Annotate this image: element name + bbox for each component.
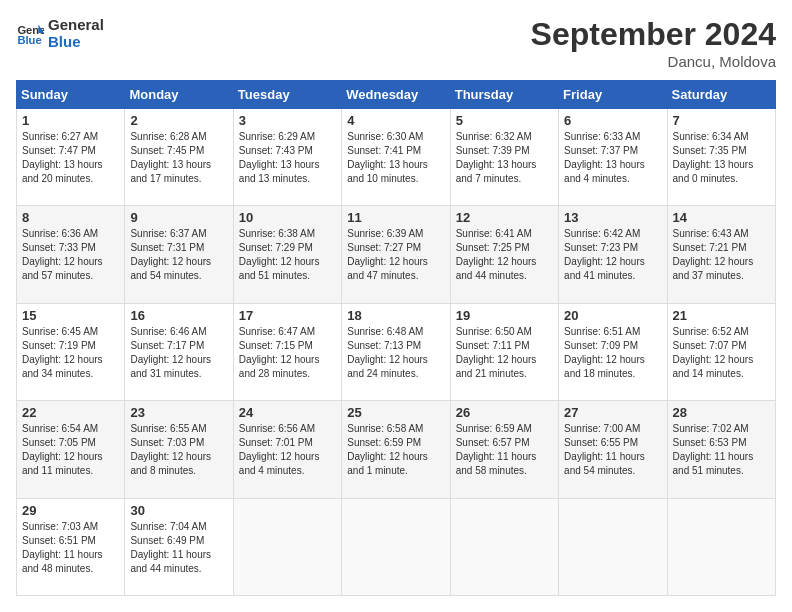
calendar-cell: 8Sunrise: 6:36 AM Sunset: 7:33 PM Daylig… (17, 206, 125, 303)
day-number: 24 (239, 405, 336, 420)
day-header-tuesday: Tuesday (233, 81, 341, 109)
cell-info: Sunrise: 6:59 AM Sunset: 6:57 PM Dayligh… (456, 422, 553, 478)
logo-icon: General Blue (16, 19, 44, 47)
calendar-cell: 18Sunrise: 6:48 AM Sunset: 7:13 PM Dayli… (342, 303, 450, 400)
day-number: 7 (673, 113, 770, 128)
day-number: 15 (22, 308, 119, 323)
cell-info: Sunrise: 6:42 AM Sunset: 7:23 PM Dayligh… (564, 227, 661, 283)
day-number: 23 (130, 405, 227, 420)
calendar-cell: 13Sunrise: 6:42 AM Sunset: 7:23 PM Dayli… (559, 206, 667, 303)
day-number: 2 (130, 113, 227, 128)
calendar-cell: 24Sunrise: 6:56 AM Sunset: 7:01 PM Dayli… (233, 401, 341, 498)
calendar-week-4: 22Sunrise: 6:54 AM Sunset: 7:05 PM Dayli… (17, 401, 776, 498)
calendar-header-row: SundayMondayTuesdayWednesdayThursdayFrid… (17, 81, 776, 109)
cell-info: Sunrise: 6:39 AM Sunset: 7:27 PM Dayligh… (347, 227, 444, 283)
day-header-friday: Friday (559, 81, 667, 109)
calendar-cell: 12Sunrise: 6:41 AM Sunset: 7:25 PM Dayli… (450, 206, 558, 303)
location: Dancu, Moldova (531, 53, 776, 70)
day-number: 5 (456, 113, 553, 128)
calendar-cell (450, 498, 558, 595)
calendar-cell: 1Sunrise: 6:27 AM Sunset: 7:47 PM Daylig… (17, 109, 125, 206)
logo-line2: Blue (48, 33, 104, 50)
calendar-cell (559, 498, 667, 595)
cell-info: Sunrise: 6:58 AM Sunset: 6:59 PM Dayligh… (347, 422, 444, 478)
logo-line1: General (48, 16, 104, 33)
day-number: 28 (673, 405, 770, 420)
cell-info: Sunrise: 7:02 AM Sunset: 6:53 PM Dayligh… (673, 422, 770, 478)
day-number: 8 (22, 210, 119, 225)
cell-info: Sunrise: 6:51 AM Sunset: 7:09 PM Dayligh… (564, 325, 661, 381)
cell-info: Sunrise: 6:50 AM Sunset: 7:11 PM Dayligh… (456, 325, 553, 381)
day-number: 14 (673, 210, 770, 225)
cell-info: Sunrise: 6:27 AM Sunset: 7:47 PM Dayligh… (22, 130, 119, 186)
cell-info: Sunrise: 6:33 AM Sunset: 7:37 PM Dayligh… (564, 130, 661, 186)
day-number: 12 (456, 210, 553, 225)
day-number: 6 (564, 113, 661, 128)
day-header-saturday: Saturday (667, 81, 775, 109)
cell-info: Sunrise: 7:00 AM Sunset: 6:55 PM Dayligh… (564, 422, 661, 478)
calendar-cell (342, 498, 450, 595)
day-number: 10 (239, 210, 336, 225)
cell-info: Sunrise: 6:37 AM Sunset: 7:31 PM Dayligh… (130, 227, 227, 283)
day-number: 17 (239, 308, 336, 323)
day-number: 26 (456, 405, 553, 420)
calendar-cell: 7Sunrise: 6:34 AM Sunset: 7:35 PM Daylig… (667, 109, 775, 206)
day-number: 25 (347, 405, 444, 420)
day-header-monday: Monday (125, 81, 233, 109)
day-number: 16 (130, 308, 227, 323)
calendar-week-3: 15Sunrise: 6:45 AM Sunset: 7:19 PM Dayli… (17, 303, 776, 400)
cell-info: Sunrise: 6:47 AM Sunset: 7:15 PM Dayligh… (239, 325, 336, 381)
day-number: 22 (22, 405, 119, 420)
title-block: September 2024 Dancu, Moldova (531, 16, 776, 70)
calendar-cell (667, 498, 775, 595)
day-number: 1 (22, 113, 119, 128)
calendar-cell: 16Sunrise: 6:46 AM Sunset: 7:17 PM Dayli… (125, 303, 233, 400)
calendar-table: SundayMondayTuesdayWednesdayThursdayFrid… (16, 80, 776, 596)
cell-info: Sunrise: 6:55 AM Sunset: 7:03 PM Dayligh… (130, 422, 227, 478)
day-number: 3 (239, 113, 336, 128)
cell-info: Sunrise: 6:32 AM Sunset: 7:39 PM Dayligh… (456, 130, 553, 186)
calendar-cell: 5Sunrise: 6:32 AM Sunset: 7:39 PM Daylig… (450, 109, 558, 206)
calendar-cell: 14Sunrise: 6:43 AM Sunset: 7:21 PM Dayli… (667, 206, 775, 303)
day-number: 29 (22, 503, 119, 518)
calendar-cell: 21Sunrise: 6:52 AM Sunset: 7:07 PM Dayli… (667, 303, 775, 400)
day-number: 21 (673, 308, 770, 323)
calendar-cell: 29Sunrise: 7:03 AM Sunset: 6:51 PM Dayli… (17, 498, 125, 595)
cell-info: Sunrise: 6:41 AM Sunset: 7:25 PM Dayligh… (456, 227, 553, 283)
day-number: 27 (564, 405, 661, 420)
calendar-cell: 17Sunrise: 6:47 AM Sunset: 7:15 PM Dayli… (233, 303, 341, 400)
calendar-cell: 19Sunrise: 6:50 AM Sunset: 7:11 PM Dayli… (450, 303, 558, 400)
calendar-cell: 4Sunrise: 6:30 AM Sunset: 7:41 PM Daylig… (342, 109, 450, 206)
calendar-week-2: 8Sunrise: 6:36 AM Sunset: 7:33 PM Daylig… (17, 206, 776, 303)
svg-text:Blue: Blue (17, 34, 41, 46)
cell-info: Sunrise: 6:54 AM Sunset: 7:05 PM Dayligh… (22, 422, 119, 478)
calendar-cell: 11Sunrise: 6:39 AM Sunset: 7:27 PM Dayli… (342, 206, 450, 303)
calendar-cell: 15Sunrise: 6:45 AM Sunset: 7:19 PM Dayli… (17, 303, 125, 400)
calendar-week-5: 29Sunrise: 7:03 AM Sunset: 6:51 PM Dayli… (17, 498, 776, 595)
calendar-week-1: 1Sunrise: 6:27 AM Sunset: 7:47 PM Daylig… (17, 109, 776, 206)
cell-info: Sunrise: 6:43 AM Sunset: 7:21 PM Dayligh… (673, 227, 770, 283)
header: General Blue General Blue September 2024… (16, 16, 776, 70)
day-header-wednesday: Wednesday (342, 81, 450, 109)
cell-info: Sunrise: 6:48 AM Sunset: 7:13 PM Dayligh… (347, 325, 444, 381)
day-number: 13 (564, 210, 661, 225)
day-number: 20 (564, 308, 661, 323)
day-number: 19 (456, 308, 553, 323)
cell-info: Sunrise: 6:45 AM Sunset: 7:19 PM Dayligh… (22, 325, 119, 381)
month-title: September 2024 (531, 16, 776, 53)
calendar-cell: 20Sunrise: 6:51 AM Sunset: 7:09 PM Dayli… (559, 303, 667, 400)
logo: General Blue General Blue (16, 16, 104, 50)
cell-info: Sunrise: 6:38 AM Sunset: 7:29 PM Dayligh… (239, 227, 336, 283)
cell-info: Sunrise: 6:56 AM Sunset: 7:01 PM Dayligh… (239, 422, 336, 478)
cell-info: Sunrise: 6:46 AM Sunset: 7:17 PM Dayligh… (130, 325, 227, 381)
cell-info: Sunrise: 6:52 AM Sunset: 7:07 PM Dayligh… (673, 325, 770, 381)
cell-info: Sunrise: 6:28 AM Sunset: 7:45 PM Dayligh… (130, 130, 227, 186)
calendar-cell: 27Sunrise: 7:00 AM Sunset: 6:55 PM Dayli… (559, 401, 667, 498)
calendar-cell: 22Sunrise: 6:54 AM Sunset: 7:05 PM Dayli… (17, 401, 125, 498)
calendar-cell: 28Sunrise: 7:02 AM Sunset: 6:53 PM Dayli… (667, 401, 775, 498)
calendar-cell: 9Sunrise: 6:37 AM Sunset: 7:31 PM Daylig… (125, 206, 233, 303)
day-number: 9 (130, 210, 227, 225)
day-number: 11 (347, 210, 444, 225)
day-number: 4 (347, 113, 444, 128)
day-number: 30 (130, 503, 227, 518)
